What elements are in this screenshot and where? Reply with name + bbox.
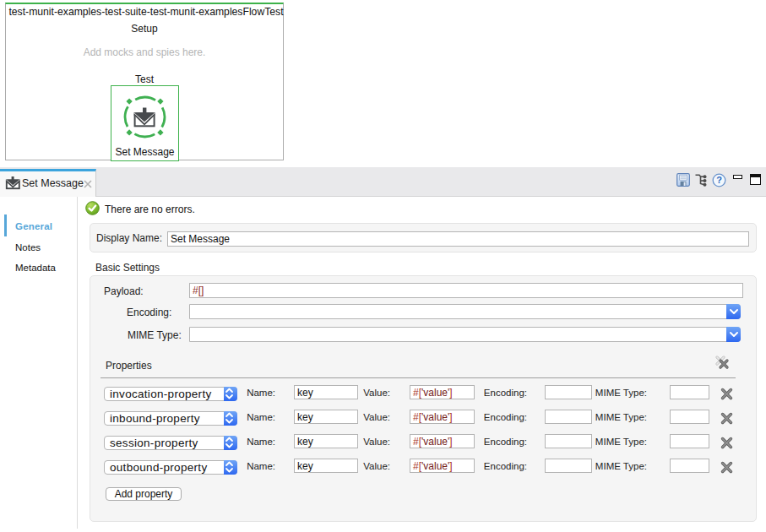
svg-text:?: ? xyxy=(716,175,722,185)
